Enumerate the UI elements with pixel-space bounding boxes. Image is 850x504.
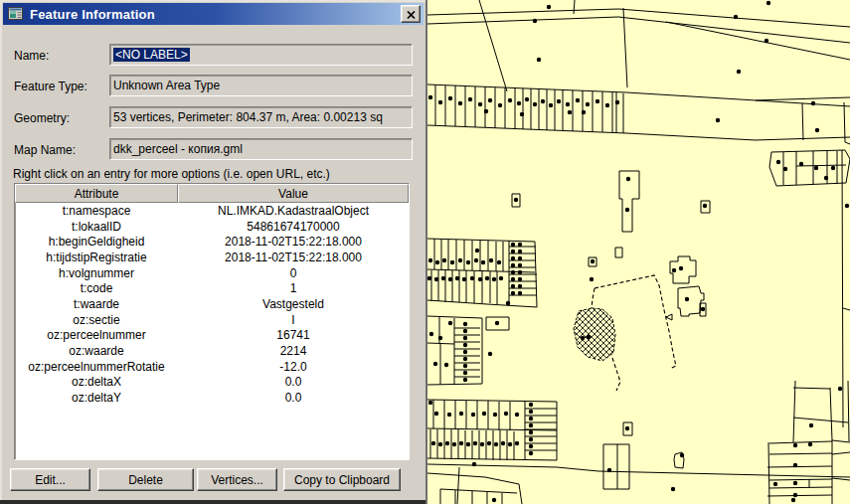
parcel-point: [518, 277, 522, 281]
parcel-point: [463, 329, 467, 333]
parcel-point: [506, 301, 510, 305]
parcel-line: [844, 102, 845, 142]
parcel-point: [438, 336, 442, 340]
table-row[interactable]: oz:perceelnummer16741: [15, 328, 409, 344]
map-view[interactable]: [427, 0, 850, 504]
parcel-point: [590, 277, 594, 281]
copy-to-clipboard-button[interactable]: Copy to Clipboard: [283, 468, 401, 491]
parcel-point: [463, 364, 467, 368]
parcel-point: [428, 401, 432, 405]
parcel-point: [625, 426, 629, 430]
selected-parcel-outline: [612, 358, 620, 391]
name-field[interactable]: <NO LABEL>: [109, 44, 413, 66]
parcel-point: [845, 204, 849, 208]
parcel-point: [487, 441, 491, 445]
parcel-point: [434, 277, 438, 281]
parcel-line: [796, 165, 846, 166]
parcel-point: [447, 413, 451, 417]
parcel-point: [499, 276, 503, 280]
value-cell: 0: [178, 266, 409, 280]
parcel-point: [671, 487, 675, 491]
table-row[interactable]: oz:waarde2214: [15, 343, 409, 359]
parcel-point: [838, 387, 842, 391]
parcel-point: [463, 371, 467, 375]
table-row[interactable]: t:code1: [15, 280, 409, 296]
parcel-point: [508, 442, 512, 446]
value-cell: 2214: [178, 344, 409, 358]
parcel-point: [808, 442, 812, 446]
parcel-line: [615, 248, 622, 257]
attribute-table[interactable]: Attribute Value t:namespaceNL.IMKAD.Kada…: [14, 183, 410, 460]
parcel-point: [815, 128, 819, 132]
value-column-header[interactable]: Value: [178, 184, 409, 203]
feature-information-dialog: Feature Information Name: <NO LABEL> Fea…: [0, 0, 427, 504]
attribute-cell: oz:deltaX: [15, 375, 178, 389]
parcel-point: [438, 442, 442, 446]
cadastral-map[interactable]: [427, 0, 850, 504]
parcel-point: [607, 468, 611, 472]
value-cell: 54861674170000: [178, 220, 409, 234]
table-row[interactable]: t:waardeVastgesteld: [15, 296, 409, 312]
parcel-point: [488, 352, 492, 356]
dialog-titlebar[interactable]: Feature Information: [3, 3, 424, 25]
parcel-point: [518, 263, 522, 267]
parcel-line: [832, 440, 850, 442]
parcel-point: [547, 5, 551, 9]
parcel-point: [529, 451, 533, 455]
table-row[interactable]: oz:deltaY0.0: [15, 390, 409, 406]
parcel-line: [802, 103, 803, 140]
attribute-cell: h:volgnummer: [15, 266, 178, 280]
parcel-point: [511, 243, 515, 247]
parcel-point: [595, 99, 599, 103]
table-row[interactable]: t:namespaceNL.IMKAD.KadastraalObject: [15, 203, 409, 219]
geometry-field[interactable]: 53 vertices, Perimeter: 804.37 m, Area: …: [109, 106, 413, 128]
delete-button[interactable]: Delete: [97, 468, 194, 491]
parcel-point: [737, 70, 741, 74]
table-row[interactable]: oz:perceelnummerRotatie-12.0: [15, 359, 409, 375]
parcel-point: [517, 101, 521, 105]
table-row[interactable]: oz:deltaX0.0: [15, 375, 409, 391]
parcel-line: [832, 478, 850, 480]
parcel-point: [568, 110, 572, 114]
parcel-point: [444, 363, 448, 367]
parcel-line: [843, 308, 850, 310]
parcel-point: [587, 335, 591, 339]
parcel-point: [716, 118, 720, 122]
parcel-line: [479, 0, 507, 91]
parcel-point: [518, 291, 522, 295]
value-cell: 0.0: [178, 375, 409, 389]
table-row[interactable]: oz:sectieI: [15, 312, 409, 328]
table-row[interactable]: h:volgnummer0: [15, 265, 409, 281]
parcel-point: [492, 277, 496, 281]
parcel-line: [427, 125, 850, 140]
parcel-point: [511, 291, 515, 295]
attribute-column-header[interactable]: Attribute: [15, 184, 178, 203]
parcel-point: [814, 166, 818, 170]
feature-type-field[interactable]: Unknown Area Type: [109, 75, 413, 96]
edit-button[interactable]: Edit...: [10, 468, 90, 491]
parcel-point: [433, 362, 437, 366]
parcel-point: [605, 103, 609, 107]
parcel-point: [793, 481, 797, 485]
parcel-point: [831, 166, 835, 170]
parcel-point: [504, 412, 508, 416]
parcel-point: [529, 437, 533, 441]
parcel-point: [468, 97, 472, 101]
parcel-line: [427, 384, 482, 385]
close-button[interactable]: [401, 5, 421, 23]
table-row[interactable]: h:beginGeldigheid2018-11-02T15:22:18.000: [15, 234, 409, 250]
parcel-line: [769, 487, 832, 488]
vertices-button[interactable]: Vertices...: [197, 468, 277, 491]
parcel-line: [793, 418, 848, 422]
map-name-field[interactable]: dkk_perceel - копия.gml: [109, 138, 413, 160]
parcel-point: [586, 102, 590, 106]
parcel-point: [685, 297, 689, 301]
parcel-point: [515, 413, 519, 417]
table-row[interactable]: t:lokaalID54861674170000: [15, 219, 409, 235]
parcel-point: [511, 277, 515, 281]
attribute-table-body: t:namespaceNL.IMKAD.KadastraalObjectt:lo…: [15, 203, 409, 406]
parcel-point: [450, 260, 454, 264]
parcel-point: [474, 258, 478, 262]
parcel-point: [518, 250, 522, 253]
table-row[interactable]: h:tijdstipRegistratie2018-11-02T15:22:18…: [15, 250, 409, 265]
